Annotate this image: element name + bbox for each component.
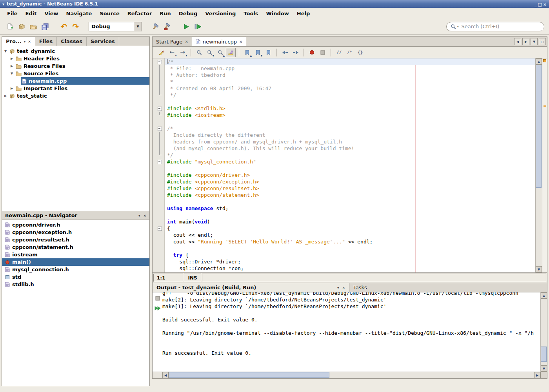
scroll-right-icon[interactable]: ▶ xyxy=(534,372,540,378)
fold-marker-icon[interactable] xyxy=(153,125,165,132)
menu-window[interactable]: Window xyxy=(262,9,293,18)
comment-lines-button[interactable]: // xyxy=(334,48,344,57)
open-project-button[interactable] xyxy=(27,21,39,32)
code-line[interactable]: cout << "Running 'SELECT 'Hello World!' … xyxy=(153,238,535,245)
tab-classes[interactable]: Classes xyxy=(57,37,87,46)
build-project-button[interactable] xyxy=(150,21,162,32)
run-project-button[interactable] xyxy=(180,21,192,32)
navigator-item-cppconn-statement-h[interactable]: cppconn/statement.h xyxy=(2,243,149,251)
menu-run[interactable]: Run xyxy=(156,9,175,18)
debug-project-button[interactable] xyxy=(192,21,204,32)
close-window-icon[interactable]: × xyxy=(28,40,31,44)
menu-help[interactable]: Help xyxy=(293,9,314,18)
code-line[interactable]: /* xyxy=(153,125,535,132)
code-line[interactable]: * File: newmain.cpp xyxy=(153,65,535,72)
tab-tasks[interactable]: Tasks xyxy=(349,283,371,292)
menu-file[interactable]: File xyxy=(3,9,22,18)
expander-expanded-icon[interactable]: ▼ xyxy=(3,49,8,53)
shift-line-left-button[interactable] xyxy=(280,48,290,57)
maximize-editor-button[interactable]: □ xyxy=(539,38,546,45)
code-line[interactable]: Include directly the different xyxy=(153,132,535,138)
tab-newmain-cpp[interactable]: newmain.cpp × xyxy=(192,37,247,46)
save-all-button[interactable] xyxy=(39,21,51,32)
next-bookmark-button[interactable]: ▼ xyxy=(253,48,263,57)
expander-expanded-icon[interactable]: ▼ xyxy=(9,72,15,75)
scroll-tabs-right-button[interactable]: ▶ xyxy=(522,38,529,45)
tree-node-resource-files[interactable]: ▶Resource Files xyxy=(2,62,149,70)
undo-button[interactable]: ↶ xyxy=(58,21,70,32)
forward-button[interactable]: →▾ xyxy=(178,48,187,57)
search-dropdown-icon[interactable]: ▾ xyxy=(457,25,459,28)
code-line[interactable]: headers from cppconn/ and mysql_driver.h… xyxy=(153,138,535,145)
combo-dropdown-icon[interactable]: ▼ xyxy=(134,22,142,31)
menu-debug[interactable]: Debug xyxy=(175,9,201,18)
window-menu-icon[interactable]: ▾ xyxy=(2,2,4,6)
scroll-down-icon[interactable]: ▼ xyxy=(536,266,542,272)
code-line[interactable] xyxy=(153,118,535,125)
navigator-item-cppconn-driver-h[interactable]: cppconn/driver.h xyxy=(2,221,149,229)
minimize-window-icon[interactable]: ▾ xyxy=(24,40,26,44)
tree-node-test-dynamic[interactable]: ▼test_dynamic xyxy=(2,47,149,55)
fold-marker-icon[interactable] xyxy=(153,225,165,232)
output-text[interactable]: g++ -o dist/Debug/GNU-Linux-x86/test_dyn… xyxy=(162,292,540,369)
menu-source[interactable]: Source xyxy=(96,9,123,18)
toggle-bookmark-button[interactable] xyxy=(264,48,273,57)
rerun-button[interactable] xyxy=(154,305,161,312)
tab-files[interactable]: Files xyxy=(35,37,57,46)
last-edit-location-button[interactable] xyxy=(156,48,166,57)
code-line[interactable] xyxy=(153,98,535,105)
insert-code-button[interactable]: {} xyxy=(355,48,365,57)
scrollbar-thumb[interactable] xyxy=(536,65,542,188)
scroll-up-icon[interactable]: ▲ xyxy=(541,292,547,299)
code-line[interactable]: * Author: tbedford xyxy=(153,72,535,78)
tab-services[interactable]: Services xyxy=(87,37,119,46)
warning-status-icon[interactable] xyxy=(543,59,546,62)
code-line[interactable] xyxy=(153,245,535,252)
config-combobox[interactable]: Debug ▼ xyxy=(89,22,142,31)
editor-vscrollbar[interactable]: ▲ ▼ xyxy=(535,58,542,272)
insert-mode-indicator[interactable]: INS xyxy=(184,274,201,282)
menu-navigate[interactable]: Navigate xyxy=(62,9,96,18)
toggle-highlight-search-button[interactable] xyxy=(226,48,236,57)
scroll-up-icon[interactable]: ▲ xyxy=(536,58,542,65)
scroll-tabs-left-button[interactable]: ◀ xyxy=(514,38,521,45)
navigator-item-cppconn-resultset-h[interactable]: cppconn/resultset.h xyxy=(2,236,149,243)
code-line[interactable]: { xyxy=(153,225,535,232)
close-tab-icon[interactable]: × xyxy=(239,40,242,44)
warning-mark[interactable] xyxy=(544,105,546,107)
code-line[interactable]: cout << endl; xyxy=(153,232,535,238)
minimize-button[interactable]: _ xyxy=(534,2,537,7)
code-line[interactable]: #include <cppconn/statement.h> xyxy=(153,192,535,198)
navigator-item-stdlib-h[interactable]: stdlib.h xyxy=(2,281,149,288)
navigator-item-main[interactable]: main() xyxy=(2,258,149,266)
code-line[interactable]: int main(void) xyxy=(153,218,535,225)
code-line-current[interactable]: /* xyxy=(153,58,535,65)
stop-macro-button[interactable] xyxy=(318,48,327,57)
code-line[interactable] xyxy=(153,165,535,172)
tree-node-header-files[interactable]: ▶Header Files xyxy=(2,55,149,62)
scrollbar-thumb[interactable] xyxy=(541,347,547,362)
navigator-item-std[interactable]: std xyxy=(2,273,149,281)
navigator-item-cppconn-exception-h[interactable]: cppconn/exception.h xyxy=(2,229,149,236)
expander-collapsed-icon[interactable]: ▶ xyxy=(3,94,8,98)
new-file-button[interactable] xyxy=(4,21,16,32)
fold-marker-icon[interactable] xyxy=(153,158,165,165)
find-next-button[interactable]: ▼ xyxy=(205,48,215,57)
output-hscrollbar[interactable]: ◀ ▶ xyxy=(153,372,547,378)
stop-execution-button[interactable] xyxy=(154,295,161,302)
redo-button[interactable]: ↷ xyxy=(70,21,82,32)
minimize-output-icon[interactable]: ▾ xyxy=(337,286,339,290)
output-vscrollbar[interactable]: ▲ ▼ xyxy=(540,292,547,372)
expander-collapsed-icon[interactable]: ▶ xyxy=(9,64,15,68)
expander-collapsed-icon[interactable]: ▶ xyxy=(9,57,15,60)
code-line[interactable]: */ xyxy=(153,152,535,158)
tab-pro[interactable]: Pro...▾× xyxy=(2,37,35,46)
record-macro-button[interactable] xyxy=(307,48,317,57)
scrollbar-thumb[interactable] xyxy=(169,372,329,378)
scroll-left-icon[interactable]: ◀ xyxy=(162,372,169,378)
navigator-item-iostream[interactable]: iostream xyxy=(2,251,149,258)
quick-search-box[interactable]: ▾ Search (Ctrl+I) xyxy=(446,22,544,31)
scroll-down-icon[interactable]: ▼ xyxy=(541,365,547,372)
fold-marker-icon[interactable] xyxy=(153,58,165,65)
code-line[interactable]: try { xyxy=(153,252,535,258)
